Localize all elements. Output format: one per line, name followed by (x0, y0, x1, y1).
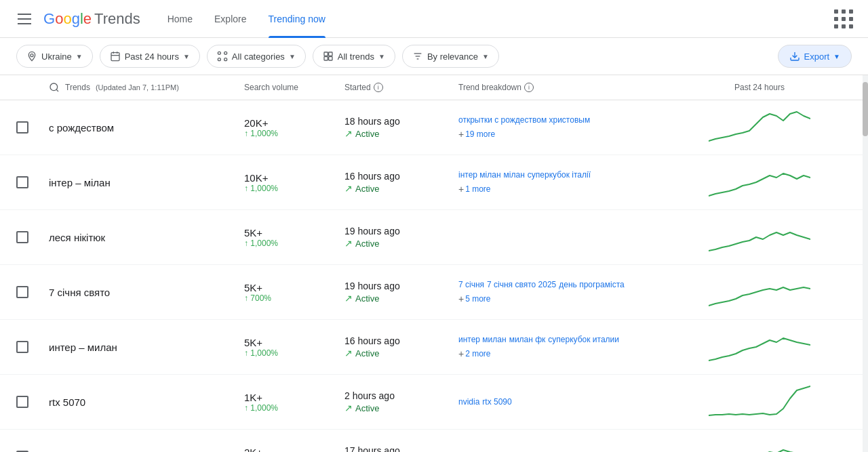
chart-col (667, 107, 852, 148)
table-row: леся нікітюк5K+↑ 1,000%19 hours ago↗Acti… (0, 210, 868, 265)
volume-percent: ↑ 1,000% (244, 239, 339, 248)
filters-bar: Ukraine ▼ Past 24 hours ▼ All categories… (0, 38, 868, 75)
active-label: Active (355, 184, 379, 194)
started-col: 19 hours ago↗Active (344, 281, 453, 304)
main-content: Trends (Updated Jan 7, 1:11PM) Search vo… (0, 75, 868, 452)
started-time: 19 hours ago (344, 281, 453, 291)
svg-rect-9 (324, 52, 328, 56)
menu-icon[interactable] (11, 5, 38, 33)
trend-name[interactable]: с рождеством (49, 122, 239, 133)
active-badge: ↗Active (344, 238, 453, 249)
active-arrow-icon: ↗ (344, 293, 353, 304)
volume-number: 2K+ (244, 447, 339, 453)
svg-point-0 (31, 54, 33, 57)
active-label: Active (355, 129, 379, 139)
sort-filter[interactable]: By relevance ▼ (402, 45, 499, 68)
mini-chart (709, 165, 810, 199)
breakdown-tag[interactable]: интер милан (458, 335, 507, 344)
svg-point-17 (50, 83, 58, 91)
breakdown-tag[interactable]: милан фк (509, 335, 546, 344)
volume-number: 10K+ (244, 172, 339, 184)
svg-point-5 (218, 52, 220, 54)
logo[interactable]: Google Trends (43, 10, 140, 28)
started-col: 16 hours ago↗Active (344, 335, 453, 358)
breakdown-col: nvidiartx 5090 (458, 397, 662, 407)
row-checkbox[interactable] (16, 231, 28, 243)
active-label: Active (355, 293, 379, 304)
breakdown-tag[interactable]: мілан (504, 170, 525, 180)
more-link[interactable]: + 1 more (458, 184, 662, 194)
breakdown-col: інтер міланмілансуперкубок італії+ 1 mor… (458, 170, 662, 194)
trend-name[interactable]: 7 січня свято (49, 287, 239, 298)
more-link[interactable]: + 5 more (458, 293, 662, 304)
volume-percent: ↑ 1,000% (244, 348, 339, 358)
trend-name[interactable]: інтер – мілан (49, 177, 239, 188)
active-arrow-icon: ↗ (344, 183, 353, 194)
nav-home[interactable]: Home (157, 0, 203, 38)
more-label: 5 more (465, 294, 490, 304)
search-volume: 1K+↑ 1,000% (244, 392, 339, 413)
row-checkbox[interactable] (16, 176, 28, 188)
mini-chart (709, 275, 810, 309)
nav-explore[interactable]: Explore (203, 0, 257, 38)
more-link[interactable]: + 2 more (458, 348, 662, 359)
category-filter[interactable]: All categories ▼ (207, 45, 306, 68)
active-label: Active (355, 348, 379, 358)
trend-name[interactable]: леся нікітюк (49, 232, 239, 243)
row-checkbox[interactable] (16, 396, 28, 408)
breakdown-tag[interactable]: открытки с рождеством христовым (458, 115, 590, 125)
active-label: Active (355, 403, 379, 413)
breakdown-tag[interactable]: nvidia (458, 397, 479, 407)
more-link[interactable]: + 19 more (458, 129, 662, 140)
svg-rect-10 (328, 52, 332, 56)
table-row: 7 січня свято5K+↑ 700%19 hours ago↗Activ… (0, 265, 868, 320)
search-volume: 5K+↑ 1,000% (244, 337, 339, 358)
breakdown-tag[interactable]: інтер мілан (458, 170, 501, 180)
header: Google Trends Home Explore Trending now (0, 0, 868, 38)
breakdown-tag[interactable]: 7 січня (458, 280, 484, 289)
more-label: 2 more (465, 349, 490, 358)
table-header: Trends (Updated Jan 7, 1:11PM) Search vo… (0, 75, 868, 100)
mini-chart (709, 385, 810, 419)
table-row: интер – милан5K+↑ 1,000%16 hours ago↗Act… (0, 320, 868, 375)
row-checkbox[interactable] (16, 341, 28, 353)
started-time: 19 hours ago (344, 226, 453, 237)
filter-icon (412, 51, 423, 62)
started-info-icon[interactable]: i (374, 83, 383, 92)
trends-filter[interactable]: All trends ▼ (313, 45, 395, 68)
apps-button[interactable] (830, 5, 857, 33)
nav-trending-now[interactable]: Trending now (258, 0, 336, 38)
breakdown-tag[interactable]: 7 січня свято 2025 (487, 280, 556, 289)
started-time: 16 hours ago (344, 171, 453, 182)
header-past24: Past 24 hours (667, 83, 852, 92)
location-icon (26, 51, 37, 62)
breakdown-tag[interactable]: суперкубок італії (528, 170, 591, 180)
trend-name[interactable]: rtx 5070 (49, 396, 239, 408)
mini-chart (709, 110, 810, 144)
mini-chart (709, 220, 810, 254)
trend-name[interactable]: интер – милан (49, 342, 239, 353)
volume-number: 20K+ (244, 117, 339, 129)
time-filter[interactable]: Past 24 hours ▼ (100, 45, 200, 68)
export-button[interactable]: Export ▼ (778, 45, 852, 68)
breakdown-tag[interactable]: день програміста (559, 280, 624, 289)
table-row: тцк мобілізація заброньованих2K+↑ 500%17… (0, 430, 868, 452)
row-checkbox[interactable] (16, 121, 28, 133)
active-badge: ↗Active (344, 403, 453, 413)
volume-percent: ↑ 1,000% (244, 184, 339, 193)
table-row: інтер – мілан10K+↑ 1,000%16 hours ago↗Ac… (0, 155, 868, 210)
started-col: 2 hours ago↗Active (344, 390, 453, 413)
breakdown-tag[interactable]: rtx 5090 (482, 397, 511, 407)
scrollbar-thumb[interactable] (863, 82, 868, 136)
svg-rect-12 (328, 57, 332, 60)
active-label: Active (355, 239, 379, 249)
more-label: 19 more (465, 129, 495, 139)
location-filter[interactable]: Ukraine ▼ (16, 45, 93, 68)
breakdown-info-icon[interactable]: i (524, 83, 534, 92)
breakdown-tag[interactable]: суперкубок италии (548, 335, 619, 344)
row-checkbox[interactable] (16, 286, 28, 298)
scrollbar-track[interactable] (863, 75, 868, 452)
search-volume: 20K+↑ 1,000% (244, 117, 339, 138)
svg-rect-11 (324, 57, 328, 60)
active-arrow-icon: ↗ (344, 128, 353, 139)
